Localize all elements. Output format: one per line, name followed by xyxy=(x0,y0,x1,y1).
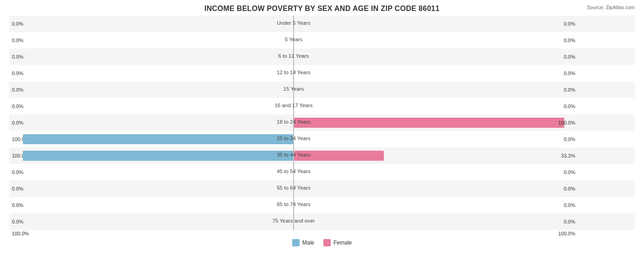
center-divider: 35 to 44 Years xyxy=(293,147,294,164)
center-divider: 15 Years xyxy=(293,82,294,98)
female-value: 0.0% xyxy=(564,186,575,191)
chart-row: 0.0% 5 Years 0.0% xyxy=(9,32,635,49)
male-value: 0.0% xyxy=(12,169,23,175)
male-value: 0.0% xyxy=(12,202,23,208)
left-half: 0.0% xyxy=(9,49,293,65)
male-value: 0.0% xyxy=(12,54,23,60)
right-half: 0.0% xyxy=(294,197,578,213)
left-half: 0.0% xyxy=(9,32,293,49)
left-half: 0.0% xyxy=(9,65,293,82)
female-value: 0.0% xyxy=(564,87,575,93)
left-half: 100.0% xyxy=(9,131,293,147)
female-legend-label: Female xyxy=(333,240,352,246)
right-half: 0.0% xyxy=(294,16,578,32)
right-half: 0.0% xyxy=(294,49,578,65)
male-value: 0.0% xyxy=(12,103,23,109)
legend-female: Female xyxy=(323,239,352,246)
female-value: 33.3% xyxy=(561,153,575,158)
chart-row: 0.0% 55 to 64 Years 0.0% xyxy=(9,180,635,197)
female-value: 0.0% xyxy=(564,21,575,27)
row-label: 5 Years xyxy=(285,37,302,42)
left-half: 0.0% xyxy=(9,16,293,32)
female-value: 0.0% xyxy=(564,202,575,208)
center-divider: 65 to 74 Years xyxy=(293,197,294,213)
male-legend-label: Male xyxy=(302,240,314,246)
chart-row: 0.0% 65 to 74 Years 0.0% xyxy=(9,197,635,213)
center-divider: 75 Years and over xyxy=(293,213,294,230)
chart-row: 100.0% 35 to 44 Years 33.3% xyxy=(9,147,635,164)
male-value: 0.0% xyxy=(12,71,23,76)
center-divider: 12 to 14 Years xyxy=(293,65,294,82)
row-label: 45 to 54 Years xyxy=(277,169,311,174)
footer-row: 100.0% 100.0% xyxy=(9,231,635,236)
female-value: 100.0% xyxy=(558,120,575,125)
center-divider: 25 to 34 Years xyxy=(293,131,294,147)
chart-row: 100.0% 25 to 34 Years 0.0% xyxy=(9,131,635,147)
right-half: 0.0% xyxy=(294,82,578,98)
center-divider: 5 Years xyxy=(293,32,294,49)
left-half: 0.0% xyxy=(9,98,293,114)
female-value: 0.0% xyxy=(564,54,575,60)
center-divider: 6 to 11 Years xyxy=(293,49,294,65)
left-half: 0.0% xyxy=(9,180,293,197)
left-half: 0.0% xyxy=(9,164,293,180)
female-value: 0.0% xyxy=(564,136,575,142)
legend-male: Male xyxy=(292,239,314,246)
footer-left: 100.0% xyxy=(9,231,293,236)
chart-row: 0.0% 15 Years 0.0% xyxy=(9,82,635,98)
row-label: 18 to 24 Years xyxy=(277,119,311,125)
row-label: 25 to 34 Years xyxy=(277,136,311,141)
center-divider: Under 5 Years xyxy=(293,16,294,32)
male-bar xyxy=(23,134,293,144)
right-half: 0.0% xyxy=(294,213,578,230)
female-value: 0.0% xyxy=(564,169,575,175)
row-label: 65 to 74 Years xyxy=(277,202,311,207)
female-value: 0.0% xyxy=(564,219,575,224)
female-value: 0.0% xyxy=(564,71,575,76)
left-half: 0.0% xyxy=(9,197,293,213)
chart-container: INCOME BELOW POVERTY BY SEX AND AGE IN Z… xyxy=(0,0,644,256)
male-value: 0.0% xyxy=(12,120,23,125)
chart-row: 0.0% 45 to 54 Years 0.0% xyxy=(9,164,635,180)
female-bar xyxy=(294,118,564,128)
row-label: 35 to 44 Years xyxy=(277,152,311,158)
row-label: 55 to 64 Years xyxy=(277,185,311,191)
footer-right-value: 100.0% xyxy=(558,231,575,236)
right-half: 0.0% xyxy=(294,65,578,82)
center-divider: 16 and 17 Years xyxy=(293,98,294,114)
row-label: Under 5 Years xyxy=(277,20,311,26)
right-half: 33.3% xyxy=(294,147,578,164)
male-value: 0.0% xyxy=(12,219,23,224)
male-legend-box xyxy=(292,239,300,246)
center-divider: 18 to 24 Years xyxy=(293,114,294,131)
right-half: 100.0% xyxy=(294,114,578,131)
chart-row: 0.0% 18 to 24 Years 100.0% xyxy=(9,114,635,131)
female-legend-box xyxy=(323,239,331,246)
row-label: 15 Years xyxy=(284,86,304,92)
left-half: 0.0% xyxy=(9,82,293,98)
footer-left-value: 100.0% xyxy=(12,231,29,236)
right-half: 0.0% xyxy=(294,180,578,197)
female-value: 0.0% xyxy=(564,103,575,109)
chart-row: 0.0% 6 to 11 Years 0.0% xyxy=(9,49,635,65)
right-half: 0.0% xyxy=(294,131,578,147)
center-divider: 45 to 54 Years xyxy=(293,164,294,180)
male-value: 0.0% xyxy=(12,21,23,27)
right-half: 0.0% xyxy=(294,98,578,114)
left-half: 100.0% xyxy=(9,147,293,164)
footer-right: 100.0% xyxy=(294,231,578,236)
rows-container: 0.0% Under 5 Years 0.0% 0.0% 5 Years 0.0… xyxy=(9,16,635,236)
row-label: 6 to 11 Years xyxy=(278,53,309,59)
row-label: 16 and 17 Years xyxy=(274,103,312,108)
row-label: 75 Years and over xyxy=(273,218,315,223)
male-value: 0.0% xyxy=(12,38,23,43)
right-half: 0.0% xyxy=(294,164,578,180)
source-text: Source: ZipAtlas.com xyxy=(587,5,635,10)
center-divider: 55 to 64 Years xyxy=(293,180,294,197)
right-half: 0.0% xyxy=(294,32,578,49)
chart-row: 0.0% 75 Years and over 0.0% xyxy=(9,213,635,230)
male-value: 0.0% xyxy=(12,87,23,93)
left-half: 0.0% xyxy=(9,114,293,131)
male-bar xyxy=(23,151,293,161)
female-value: 0.0% xyxy=(564,38,575,43)
